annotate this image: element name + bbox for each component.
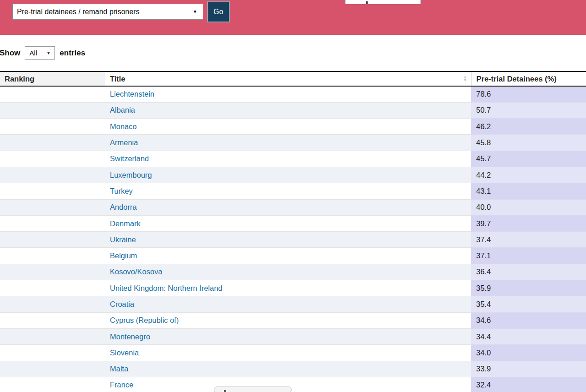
column-header-title-label: Title <box>110 75 125 83</box>
table-row: Denmark 39.7 <box>0 215 586 231</box>
country-link[interactable]: Denmark <box>110 219 141 228</box>
table-body: Liechtenstein 78.6 Albania 50.7 Monaco 4… <box>0 86 586 392</box>
country-link[interactable]: Armenia <box>110 138 138 147</box>
value-cell: 45.7 <box>471 151 586 167</box>
country-link[interactable]: United Kingdom: Northern Ireland <box>110 284 222 292</box>
country-link[interactable]: Monaco <box>110 122 137 131</box>
table-row: Liechtenstein 78.6 <box>0 86 586 102</box>
title-cell: Switzerland <box>105 151 471 167</box>
value-cell: 35.4 <box>471 296 586 312</box>
ranking-cell <box>0 328 105 344</box>
title-cell: Albania <box>105 102 471 118</box>
title-cell: Montenegro <box>105 328 471 344</box>
value-cell: 34.0 <box>471 345 586 361</box>
go-button[interactable]: Go <box>207 1 230 22</box>
table-row: Ukraine 37.4 <box>0 232 586 248</box>
indicator-select-value: Pre-trial detainees / remand prisoners <box>17 8 140 16</box>
title-cell: Croatia <box>105 296 471 312</box>
table-row: Cyprus (Republic of) 34.6 <box>0 312 586 328</box>
title-cell: Turkey <box>105 183 471 199</box>
table-row: Andorra 40.0 <box>0 199 586 215</box>
country-link[interactable]: Belgium <box>110 251 137 260</box>
country-link[interactable]: Ukraine <box>110 235 136 244</box>
column-header-value[interactable]: Pre-trial Detainees (%) <box>471 71 586 86</box>
country-link[interactable]: Liechtenstein <box>110 90 154 98</box>
value-cell: 32.4 <box>471 377 586 392</box>
value-cell: 36.4 <box>471 264 586 280</box>
title-cell: Denmark <box>105 215 471 231</box>
title-cell: Belgium <box>105 248 471 264</box>
country-link[interactable]: Croatia <box>110 300 134 308</box>
table-row: Croatia 35.4 <box>0 296 586 312</box>
ranking-cell <box>0 135 105 151</box>
ranking-cell <box>0 232 105 248</box>
title-cell: Andorra <box>105 199 471 215</box>
ranking-cell <box>0 345 105 361</box>
ranking-cell <box>0 377 105 392</box>
ranking-cell <box>0 361 105 377</box>
country-link[interactable]: Montenegro <box>110 332 150 341</box>
ranking-cell <box>0 280 105 296</box>
country-link[interactable]: Luxembourg <box>110 171 152 179</box>
ranking-cell <box>0 199 105 215</box>
ranking-cell <box>0 296 105 312</box>
ranking-cell <box>0 312 105 328</box>
value-cell: 34.6 <box>471 312 586 328</box>
country-link[interactable]: France <box>110 381 133 389</box>
country-link[interactable]: Slovenia <box>110 348 139 357</box>
value-cell: 35.9 <box>471 280 586 296</box>
ranking-cell <box>0 151 105 167</box>
table-row: Montenegro 34.4 <box>0 328 586 344</box>
page-length-value: All <box>29 49 37 57</box>
value-cell: 46.2 <box>471 119 586 135</box>
show-entries-control: Show All ▼ entries <box>0 46 85 60</box>
partial-top-glyph <box>366 1 368 4</box>
country-link[interactable]: Albania <box>110 106 135 114</box>
table-row: France 32.4 <box>0 377 586 392</box>
title-cell: Ukraine <box>105 232 471 248</box>
value-cell: 39.7 <box>471 215 586 231</box>
value-cell: 33.9 <box>471 361 586 377</box>
column-header-title[interactable]: Title ▲ ▼ <box>105 71 471 86</box>
partial-bottom-glyph <box>224 390 226 392</box>
country-link[interactable]: Kosovo/Kosova <box>110 267 163 276</box>
value-cell: 34.4 <box>471 328 586 344</box>
table-row: United Kingdom: Northern Ireland 35.9 <box>0 280 586 296</box>
caret-down-icon: ▼ <box>46 51 50 55</box>
title-cell: Armenia <box>105 135 471 151</box>
toolbar: Pre-trial detainees / remand prisoners ▼… <box>0 0 586 35</box>
indicator-select[interactable]: Pre-trial detainees / remand prisoners ▼ <box>12 4 203 20</box>
title-cell: Cyprus (Republic of) <box>105 312 471 328</box>
caret-down-icon: ▼ <box>193 9 197 14</box>
value-cell: 78.6 <box>471 86 586 102</box>
ranking-table: Ranking Title ▲ ▼ Pre-trial Detainees (%… <box>0 71 586 392</box>
partial-bottom-widget[interactable] <box>214 387 292 392</box>
value-cell: 37.1 <box>471 248 586 264</box>
country-link[interactable]: Turkey <box>110 187 133 195</box>
table-row: Monaco 46.2 <box>0 119 586 135</box>
table-row: Malta 33.9 <box>0 361 586 377</box>
title-cell: Monaco <box>105 119 471 135</box>
ranking-cell <box>0 215 105 231</box>
page-length-select[interactable]: All ▼ <box>25 46 55 60</box>
table-row: Kosovo/Kosova 36.4 <box>0 264 586 280</box>
country-link[interactable]: Malta <box>110 365 128 373</box>
value-cell: 44.2 <box>471 167 586 183</box>
ranking-cell <box>0 248 105 264</box>
table-row: Switzerland 45.7 <box>0 151 586 167</box>
country-link[interactable]: Switzerland <box>110 154 149 163</box>
table-row: Belgium 37.1 <box>0 248 586 264</box>
value-cell: 50.7 <box>471 102 586 118</box>
table-row: Turkey 43.1 <box>0 183 586 199</box>
table-row: Slovenia 34.0 <box>0 345 586 361</box>
table-row: Albania 50.7 <box>0 102 586 118</box>
title-cell: Luxembourg <box>105 167 471 183</box>
column-header-ranking[interactable]: Ranking <box>0 71 105 86</box>
country-link[interactable]: Andorra <box>110 203 137 211</box>
title-cell: Slovenia <box>105 345 471 361</box>
sort-icon[interactable]: ▲ ▼ <box>463 76 467 82</box>
table-row: Armenia 45.8 <box>0 135 586 151</box>
sort-down-icon: ▼ <box>463 79 467 82</box>
ranking-cell <box>0 167 105 183</box>
country-link[interactable]: Cyprus (Republic of) <box>110 316 179 324</box>
